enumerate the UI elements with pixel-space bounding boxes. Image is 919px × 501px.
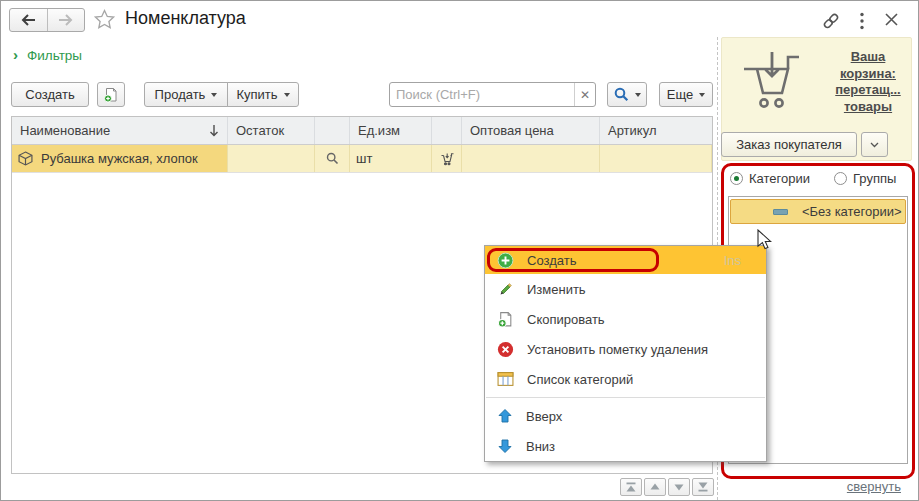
arrow-down-icon bbox=[497, 438, 513, 454]
menu-item-label: Создать bbox=[527, 253, 576, 268]
create-button[interactable]: Создать bbox=[11, 82, 89, 107]
arrow-right-icon bbox=[58, 13, 74, 27]
customer-order-label: Заказ покупателя bbox=[736, 137, 842, 152]
copy-document-icon bbox=[103, 87, 119, 103]
cell-price[interactable] bbox=[462, 145, 600, 172]
delete-mark-icon bbox=[497, 341, 514, 358]
caret-down-icon bbox=[699, 93, 705, 97]
column-header-unit[interactable]: Ед.изм bbox=[350, 117, 432, 144]
radio-categories-label: Категории bbox=[749, 171, 810, 186]
more-button[interactable]: Еще bbox=[659, 82, 713, 107]
move-down-button[interactable] bbox=[668, 478, 690, 496]
filters-label: Фильтры bbox=[27, 48, 82, 63]
sell-button-label: Продать bbox=[155, 87, 206, 102]
copy-document-icon bbox=[497, 311, 514, 328]
menu-item-edit[interactable]: Изменить bbox=[485, 274, 766, 304]
menu-item-label: Вниз bbox=[526, 439, 555, 454]
category-item-label: <Без категории> bbox=[802, 204, 902, 219]
caret-down-icon bbox=[211, 93, 217, 97]
app-window: Номенклатура › Фильтры Создать Продать К… bbox=[0, 0, 919, 501]
buy-button-label: Купить bbox=[236, 87, 277, 102]
menu-item-label: Список категорий bbox=[527, 372, 633, 387]
list-move-buttons bbox=[620, 478, 714, 496]
create-button-label: Создать bbox=[25, 87, 74, 102]
menu-item-label: Установить пометку удаления bbox=[527, 342, 708, 357]
back-button[interactable] bbox=[10, 9, 48, 31]
menu-item-move-down[interactable]: Вниз bbox=[485, 431, 766, 461]
cell-cart[interactable] bbox=[432, 145, 462, 172]
radio-categories[interactable] bbox=[730, 172, 743, 185]
cart-small-icon bbox=[440, 152, 454, 166]
menu-item-create[interactable]: Создать Ins bbox=[485, 246, 766, 274]
cell-lookup[interactable] bbox=[315, 145, 350, 172]
history-nav-group bbox=[9, 8, 85, 32]
page-title: Номенклатура bbox=[125, 8, 246, 29]
customer-order-button[interactable]: Заказ покупателя bbox=[721, 132, 857, 157]
radio-groups[interactable] bbox=[834, 172, 847, 185]
search-box: ✕ bbox=[389, 82, 596, 107]
caret-down-icon bbox=[284, 93, 290, 97]
more-button-label: Еще bbox=[667, 87, 693, 102]
cart-link[interactable]: Ваша корзина: перетащ... товары bbox=[827, 49, 909, 115]
pencil-icon bbox=[497, 281, 514, 298]
sort-descending-icon bbox=[209, 124, 219, 137]
menu-item-move-up[interactable]: Вверх bbox=[485, 401, 766, 431]
chevron-down-icon bbox=[870, 142, 879, 148]
search-options-button[interactable] bbox=[607, 82, 647, 107]
column-header-name[interactable]: Наименование bbox=[12, 117, 228, 144]
favorite-star-icon[interactable] bbox=[93, 8, 116, 31]
menu-item-category-list[interactable]: Список категорий bbox=[485, 364, 766, 394]
arrow-left-icon bbox=[20, 13, 36, 27]
kebab-menu-icon[interactable] bbox=[859, 12, 865, 30]
item-name: Рубашка мужская, хлопок bbox=[41, 151, 198, 166]
column-header-cart[interactable] bbox=[432, 117, 462, 144]
get-link-icon[interactable] bbox=[821, 11, 841, 31]
package-box-icon bbox=[18, 151, 33, 166]
menu-item-copy[interactable]: Скопировать bbox=[485, 304, 766, 334]
column-header-price[interactable]: Оптовая цена bbox=[462, 117, 600, 144]
menu-item-label: Скопировать bbox=[527, 312, 605, 327]
magnifier-icon bbox=[614, 87, 629, 102]
cell-article[interactable] bbox=[600, 145, 712, 172]
table-list-icon bbox=[497, 371, 514, 387]
column-header-stock[interactable]: Остаток bbox=[228, 117, 315, 144]
forward-button[interactable] bbox=[48, 9, 85, 31]
buy-button[interactable]: Купить bbox=[227, 82, 299, 107]
column-header-article[interactable]: Артикул bbox=[600, 117, 712, 144]
caret-down-icon bbox=[635, 93, 641, 97]
move-up-button[interactable] bbox=[644, 478, 666, 496]
menu-item-mark-deletion[interactable]: Установить пометку удаления bbox=[485, 334, 766, 364]
arrow-up-icon bbox=[497, 408, 513, 424]
table-row[interactable]: Рубашка мужская, хлопок шт bbox=[12, 145, 712, 173]
table-header-row: Наименование Остаток Ед.изм Оптовая цена… bbox=[12, 117, 712, 145]
menu-shortcut: Ins bbox=[724, 253, 766, 268]
customer-order-dropdown-button[interactable] bbox=[861, 132, 888, 157]
context-menu: Создать Ins Изменить Скопировать Установ… bbox=[484, 245, 767, 462]
minus-dash-icon bbox=[773, 209, 788, 215]
category-list-item[interactable]: <Без категории> bbox=[730, 199, 906, 224]
chevron-right-icon: › bbox=[13, 46, 18, 63]
clear-search-icon[interactable]: ✕ bbox=[574, 83, 595, 106]
view-mode-radios: Категории Группы bbox=[730, 171, 896, 186]
move-first-button[interactable] bbox=[620, 478, 642, 496]
close-icon[interactable] bbox=[884, 12, 899, 27]
plus-circle-icon bbox=[497, 252, 514, 269]
cell-name[interactable]: Рубашка мужская, хлопок bbox=[12, 145, 228, 172]
menu-item-label: Вверх bbox=[526, 409, 562, 424]
cell-stock[interactable] bbox=[228, 145, 315, 172]
copy-button[interactable] bbox=[97, 82, 125, 107]
magnifier-icon bbox=[326, 152, 339, 165]
cell-unit[interactable]: шт bbox=[350, 145, 432, 172]
column-header-lookup[interactable] bbox=[315, 117, 350, 144]
sell-button[interactable]: Продать bbox=[144, 82, 228, 107]
move-last-button[interactable] bbox=[692, 478, 714, 496]
menu-item-label: Изменить bbox=[527, 282, 586, 297]
cart-drop-icon bbox=[736, 46, 802, 114]
collapse-link[interactable]: свернуть bbox=[847, 479, 901, 494]
menu-separator bbox=[486, 397, 765, 398]
radio-groups-label: Группы bbox=[853, 171, 896, 186]
filters-toggle[interactable]: › Фильтры bbox=[13, 47, 82, 64]
search-input[interactable] bbox=[390, 87, 574, 102]
